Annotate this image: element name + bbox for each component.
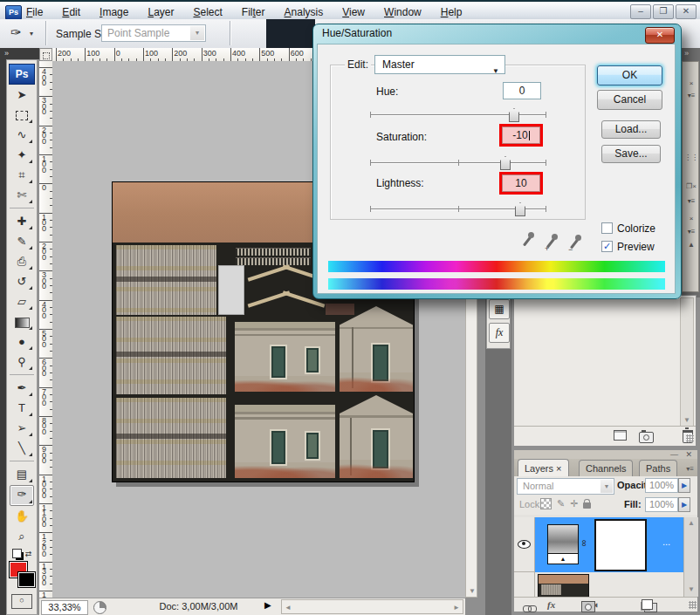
hue-input[interactable]: 0 — [503, 82, 541, 99]
lock-paint-icon[interactable]: ✎ — [557, 498, 565, 509]
default-colors-icon[interactable] — [12, 549, 22, 558]
menu-select[interactable]: Select — [193, 6, 222, 18]
blend-mode-select[interactable]: Normal ▼ — [517, 478, 614, 495]
tool-rectangular-marquee[interactable] — [10, 106, 33, 125]
layers-scrollbar[interactable]: ▲ ▼ — [683, 517, 698, 597]
chevron-down-icon[interactable]: ▾ — [190, 26, 204, 40]
new-document-from-state-icon[interactable] — [614, 430, 627, 441]
hue-slider[interactable] — [370, 107, 546, 123]
menu-image[interactable]: Image — [100, 6, 128, 18]
tool-eyedropper[interactable]: ✑ — [10, 485, 34, 506]
saturation-slider-thumb[interactable] — [500, 156, 511, 170]
colorize-checkbox[interactable] — [601, 222, 613, 234]
layer-row-background[interactable] — [514, 572, 683, 598]
layer-visibility-cell[interactable] — [514, 517, 535, 572]
panel-menu-icon[interactable]: ▾≡ — [683, 92, 700, 99]
save-button[interactable]: Save... — [601, 145, 661, 163]
tool-history-brush[interactable]: ↺ — [10, 272, 33, 291]
tool-pen[interactable]: ✒ — [10, 379, 33, 398]
menu-filter[interactable]: Filter — [242, 6, 265, 18]
scroll-down-icon[interactable]: ▼ — [688, 585, 695, 593]
minimize-button[interactable]: – — [630, 4, 651, 19]
new-snapshot-camera-icon[interactable] — [639, 432, 654, 443]
layer-row-adjustment[interactable]: ▲ ∞ ... — [535, 517, 683, 572]
tab-close-icon[interactable]: × — [556, 463, 561, 474]
edit-channel-select[interactable]: Master ▼ — [374, 55, 505, 74]
tool-crop[interactable]: ⌗ — [10, 166, 33, 185]
tool-move[interactable]: ➤ — [10, 85, 33, 105]
background-color-swatch[interactable] — [17, 571, 36, 588]
chevron-down-icon[interactable]: ▼ — [600, 480, 613, 493]
cancel-button[interactable]: Cancel — [597, 90, 662, 110]
chevron-down-icon[interactable]: ▼ — [492, 63, 499, 80]
panel-menu-icon[interactable]: ▾≡ — [686, 465, 694, 473]
ruler-origin-box[interactable] — [39, 48, 52, 61]
layer-style-fx-icon[interactable]: fx — [547, 599, 555, 610]
tool-type[interactable]: T — [10, 399, 33, 418]
layer-visibility-cell[interactable] — [514, 572, 535, 597]
tool-preset-arrow-icon[interactable]: ▾ — [30, 30, 33, 38]
eyedropper-icon[interactable]: ✑ — [10, 24, 22, 40]
lock-position-icon[interactable]: ✛ — [570, 498, 578, 509]
layer-thumbnail[interactable] — [538, 574, 589, 598]
saturation-slider[interactable] — [370, 155, 546, 171]
fill-value[interactable]: 100% — [645, 497, 678, 512]
scroll-right-icon[interactable]: ► — [453, 604, 460, 612]
menu-help[interactable]: Help — [441, 6, 463, 18]
eye-icon[interactable] — [518, 540, 531, 549]
preview-checkbox[interactable]: ✓ — [601, 241, 613, 252]
adjustment-layer-thumbnail[interactable] — [547, 524, 579, 554]
close-button[interactable]: ✕ — [676, 4, 697, 19]
tool-path-selection[interactable]: ➢ — [10, 419, 33, 438]
tool-blur[interactable]: ● — [10, 332, 33, 352]
tool-lasso[interactable]: ∿ — [10, 126, 33, 145]
tool-quick-selection[interactable]: ✦ — [10, 146, 33, 165]
adjustment-layer-icon[interactable]: ◐ — [594, 599, 600, 610]
eyedropper-add-icon[interactable]: + — [543, 234, 559, 251]
tool-line-shape[interactable]: ╲ — [10, 439, 33, 458]
eyedropper-subtract-icon[interactable]: − — [566, 235, 582, 252]
resize-grip-icon[interactable] — [689, 601, 697, 609]
tool-clone-stamp[interactable]: ⎙ — [10, 252, 33, 271]
tab-layers[interactable]: Layers × — [518, 459, 569, 477]
scroll-left-icon[interactable]: ◄ — [285, 604, 292, 612]
canvas-horizontal-scrollbar[interactable]: ◄ ► — [281, 599, 463, 614]
tool-eraser[interactable]: ▱ — [10, 292, 33, 311]
link-layers-icon[interactable] — [523, 605, 536, 612]
lightness-input[interactable]: 10 — [502, 174, 540, 192]
restore-button[interactable]: ❐ — [653, 4, 674, 19]
scroll-up-icon[interactable]: ▲ — [688, 519, 695, 527]
tool-gradient[interactable] — [10, 312, 33, 331]
tool-spot-healing[interactable]: ✚ — [10, 212, 33, 231]
tool-notes[interactable]: ▤ — [10, 465, 33, 484]
toolbox-collapse-icon[interactable]: » — [0, 48, 40, 59]
layer-mask-thumbnail[interactable] — [594, 519, 647, 571]
lock-all-icon[interactable] — [583, 502, 591, 509]
lightness-slider-thumb[interactable] — [515, 202, 525, 216]
sample-size-select[interactable]: Point Sample ▾ — [101, 24, 206, 42]
panel-menu-icon[interactable]: ▾≡ — [683, 197, 700, 205]
menu-file[interactable]: File — [26, 6, 43, 18]
swatches-grid-icon[interactable]: ▦ — [489, 299, 510, 319]
tool-slice[interactable]: ✄ — [10, 186, 33, 205]
panel-close-icon[interactable]: × — [683, 79, 700, 87]
hue-slider-thumb[interactable] — [509, 108, 519, 122]
quick-mask-button[interactable]: ○ — [11, 594, 32, 609]
panel-minimize-icon[interactable]: — — [670, 451, 678, 459]
scroll-down-icon[interactable]: ▼ — [469, 587, 476, 595]
ok-button[interactable]: OK — [597, 65, 662, 85]
saturation-input[interactable]: -10 — [502, 126, 540, 144]
panel-close-icon[interactable]: × — [683, 215, 700, 222]
resize-grip-icon[interactable] — [686, 434, 694, 442]
scroll-down-icon[interactable]: ▼ — [683, 416, 690, 424]
tool-brush[interactable]: ✎ — [10, 232, 33, 251]
menu-layer[interactable]: Layer — [148, 6, 174, 18]
panel-grip-icon[interactable]: ⋮⋮ — [683, 154, 700, 161]
load-button[interactable]: Load... — [601, 120, 661, 139]
tool-zoom[interactable]: ⌕ — [10, 527, 33, 546]
panel-restore-icon[interactable]: ❐× — [683, 182, 700, 190]
opacity-slider-arrow-icon[interactable]: ▶ — [678, 478, 690, 493]
zoom-level-field[interactable]: 33,33% — [41, 600, 88, 615]
add-layer-mask-icon[interactable] — [581, 601, 595, 612]
eyedropper-sample-icon[interactable] — [519, 232, 535, 249]
